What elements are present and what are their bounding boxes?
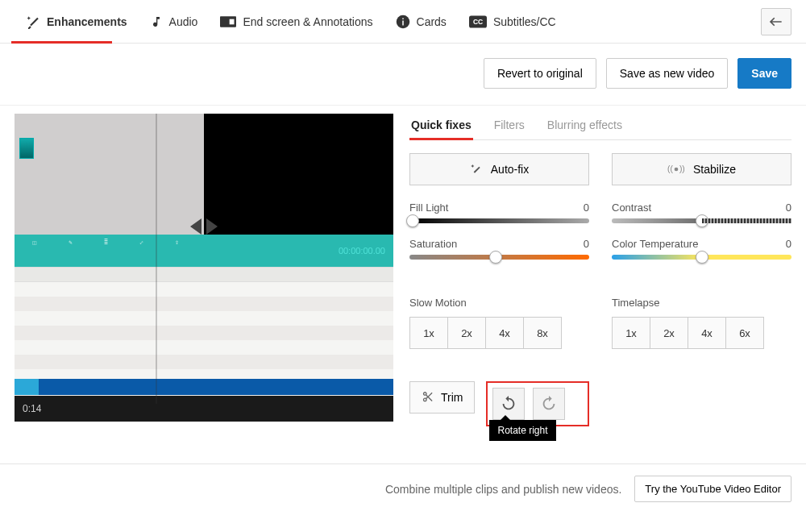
arrow-right-icon xyxy=(206,218,218,235)
contrast-control: Contrast0 xyxy=(612,202,791,223)
tab-label: Cards xyxy=(417,15,447,28)
tab-label: Enhancements xyxy=(47,15,127,28)
video-scrubber[interactable]: 0:14 xyxy=(15,396,393,422)
subtab-quick-fixes[interactable]: Quick fixes xyxy=(409,114,473,139)
original-side xyxy=(15,114,204,235)
slider-value: 0 xyxy=(786,238,791,250)
stabilize-icon: (()) xyxy=(667,163,685,176)
tab-label: Audio xyxy=(169,15,198,28)
button-label: Save as new video xyxy=(620,67,715,80)
preview-side xyxy=(204,114,393,235)
button-label: Trim xyxy=(441,391,463,404)
button-label: Stabilize xyxy=(693,163,736,176)
slow-motion-label: Slow Motion xyxy=(409,297,589,309)
tool-icon[interactable]: ⤢ xyxy=(129,239,153,262)
timecode: 00:00:00.00 xyxy=(339,246,385,256)
editor-toolbar: ◫ ✎ ≣ ⤢ ⇪ 00:00:00.00 xyxy=(15,235,393,267)
tool-icon[interactable]: ≣ xyxy=(93,239,118,262)
tool-icon[interactable]: ✎ xyxy=(58,239,82,262)
speed-option[interactable]: 1x xyxy=(409,317,448,349)
save-as-new-button[interactable]: Save as new video xyxy=(606,58,729,89)
subtab-filters[interactable]: Filters xyxy=(492,114,526,139)
autofix-button[interactable]: Auto-fix xyxy=(409,153,589,185)
trim-button[interactable]: Trim xyxy=(409,381,475,414)
clip-thumbnail xyxy=(19,138,34,159)
controls-panel: Quick fixes Filters Blurring effects Aut… xyxy=(409,114,791,426)
note-icon xyxy=(150,15,163,28)
speed-option[interactable]: 8x xyxy=(523,317,562,349)
compare-divider-handle[interactable] xyxy=(156,114,157,404)
slider-knob[interactable] xyxy=(406,214,419,227)
preview-pane: Original Preview ◫ ✎ ≣ ⤢ ⇪ 00:00:00.00 xyxy=(15,114,393,426)
svg-text:((: (( xyxy=(667,164,673,173)
slider-value: 0 xyxy=(584,202,589,214)
info-icon xyxy=(396,15,410,29)
stabilize-button[interactable]: (()) Stabilize xyxy=(612,153,791,185)
subtab-blurring[interactable]: Blurring effects xyxy=(546,114,624,139)
rotate-left-button[interactable] xyxy=(533,388,565,420)
svg-point-8 xyxy=(675,168,679,172)
saturation-control: Saturation0 xyxy=(409,238,589,260)
wand-icon xyxy=(26,15,40,29)
tool-icon[interactable]: ◫ xyxy=(23,239,47,262)
timeline-ruler xyxy=(15,268,393,282)
tab-cards[interactable]: Cards xyxy=(384,0,458,43)
speed-option[interactable]: 2x xyxy=(650,317,688,349)
tab-endscreen[interactable]: End screen & Annotations xyxy=(209,0,384,43)
try-video-editor-button[interactable]: Try the YouTube Video Editor xyxy=(634,476,791,502)
color-temperature-control: Color Temperature0 xyxy=(612,238,791,260)
save-button[interactable]: Save xyxy=(737,58,791,89)
color-temperature-slider[interactable] xyxy=(612,255,791,260)
cc-icon: CC xyxy=(469,15,487,28)
scissors-icon xyxy=(422,391,434,404)
button-label: Save xyxy=(751,67,778,80)
subtab-label: Blurring effects xyxy=(547,118,622,131)
footer-text: Combine multiple clips and publish new v… xyxy=(385,483,621,496)
speed-option[interactable]: 2x xyxy=(447,317,486,349)
speed-option[interactable]: 1x xyxy=(612,317,650,349)
revert-button[interactable]: Revert to original xyxy=(484,58,596,89)
speed-option[interactable]: 4x xyxy=(485,317,524,349)
rotate-left-icon xyxy=(540,395,558,413)
tab-label: Subtitles/CC xyxy=(493,15,556,28)
speed-option[interactable]: 6x xyxy=(725,317,764,349)
subtab-label: Filters xyxy=(494,118,525,131)
back-button[interactable] xyxy=(761,8,791,35)
slider-value: 0 xyxy=(584,238,589,250)
timelapse-label: Timelapse xyxy=(612,297,791,309)
fill-light-slider[interactable] xyxy=(409,218,589,223)
svg-rect-3 xyxy=(402,20,404,25)
back-arrow-icon xyxy=(768,16,784,27)
rotate-controls-highlight: Rotate right xyxy=(486,381,589,426)
top-tabs: Enhancements Audio End screen & Annotati… xyxy=(0,0,806,44)
saturation-slider[interactable] xyxy=(409,255,589,260)
endscreen-icon xyxy=(220,16,236,27)
slider-knob[interactable] xyxy=(696,214,708,227)
slider-knob[interactable] xyxy=(696,251,708,264)
button-label: Revert to original xyxy=(497,67,583,80)
slider-label: Color Temperature xyxy=(612,238,698,250)
tool-icon[interactable]: ⇪ xyxy=(164,239,189,262)
tab-subtitles[interactable]: CC Subtitles/CC xyxy=(458,0,567,43)
footer: Combine multiple clips and publish new v… xyxy=(0,463,806,513)
contrast-slider[interactable] xyxy=(612,218,791,223)
slider-value: 0 xyxy=(786,202,791,214)
timeline[interactable] xyxy=(15,267,393,396)
preview-compare[interactable]: Original Preview xyxy=(15,114,393,235)
button-label: Auto-fix xyxy=(491,163,529,176)
start-button-area xyxy=(15,379,39,395)
tab-audio[interactable]: Audio xyxy=(139,0,210,43)
timeline-tracks xyxy=(15,282,393,379)
speed-option[interactable]: 4x xyxy=(688,317,726,349)
editor-tool-icons: ◫ ✎ ≣ ⤢ ⇪ xyxy=(23,239,189,262)
sub-tabs: Quick fixes Filters Blurring effects xyxy=(409,114,791,140)
rotate-right-icon xyxy=(500,395,517,413)
arrow-left-icon xyxy=(190,218,202,235)
svg-text:CC: CC xyxy=(473,18,483,26)
slider-knob[interactable] xyxy=(489,251,502,264)
compare-arrows[interactable] xyxy=(190,218,218,235)
tab-enhancements[interactable]: Enhancements xyxy=(15,0,139,43)
slider-label: Contrast xyxy=(612,202,651,214)
scrub-time: 0:14 xyxy=(23,403,41,414)
fill-light-control: Fill Light0 xyxy=(409,202,589,223)
